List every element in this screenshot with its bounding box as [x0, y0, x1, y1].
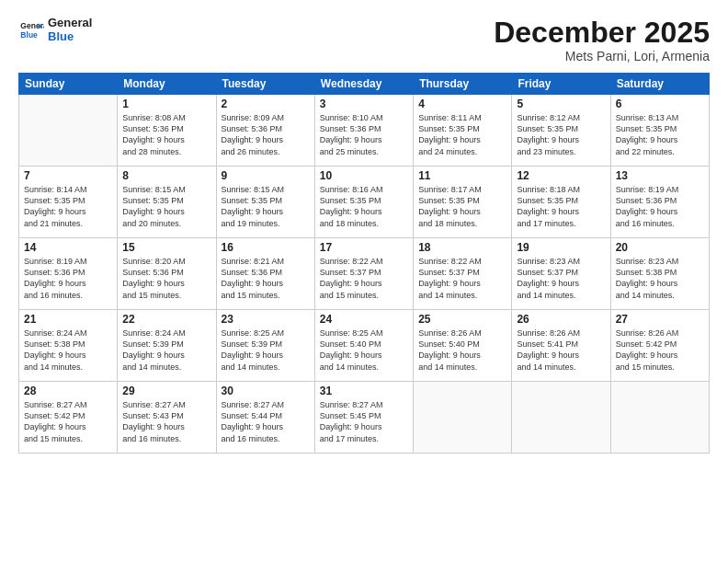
- day-info: Sunrise: 8:27 AM Sunset: 5:42 PM Dayligh…: [24, 399, 112, 444]
- week-row-5: 28Sunrise: 8:27 AM Sunset: 5:42 PM Dayli…: [19, 382, 710, 454]
- day-header-sunday: Sunday: [19, 74, 118, 95]
- calendar-cell: 18Sunrise: 8:22 AM Sunset: 5:37 PM Dayli…: [414, 238, 512, 310]
- day-number: 3: [320, 98, 408, 110]
- calendar-cell: 28Sunrise: 8:27 AM Sunset: 5:42 PM Dayli…: [19, 382, 118, 454]
- day-info: Sunrise: 8:25 AM Sunset: 5:39 PM Dayligh…: [222, 327, 310, 373]
- day-number: 14: [24, 241, 112, 254]
- calendar-cell: 25Sunrise: 8:26 AM Sunset: 5:40 PM Dayli…: [414, 310, 512, 382]
- day-info: Sunrise: 8:15 AM Sunset: 5:35 PM Dayligh…: [222, 184, 310, 229]
- day-header-thursday: Thursday: [414, 74, 512, 95]
- calendar-cell: 11Sunrise: 8:17 AM Sunset: 5:35 PM Dayli…: [414, 167, 512, 238]
- day-number: 23: [222, 313, 310, 326]
- day-info: Sunrise: 8:20 AM Sunset: 5:36 PM Dayligh…: [122, 256, 210, 301]
- day-number: 25: [418, 313, 506, 326]
- day-info: Sunrise: 8:16 AM Sunset: 5:35 PM Dayligh…: [320, 184, 408, 229]
- day-number: 29: [122, 385, 210, 397]
- month-title: December 2025: [494, 17, 710, 49]
- page: General Blue General Blue December 2025 …: [0, 0, 728, 563]
- day-number: 9: [222, 169, 310, 182]
- day-header-wednesday: Wednesday: [314, 74, 413, 95]
- day-info: Sunrise: 8:15 AM Sunset: 5:35 PM Dayligh…: [122, 184, 210, 229]
- calendar-cell: 12Sunrise: 8:18 AM Sunset: 5:35 PM Dayli…: [512, 167, 610, 238]
- day-info: Sunrise: 8:27 AM Sunset: 5:43 PM Dayligh…: [122, 399, 210, 444]
- calendar-cell: [512, 382, 610, 454]
- day-number: 11: [418, 169, 506, 182]
- day-number: 10: [320, 169, 408, 182]
- day-info: Sunrise: 8:22 AM Sunset: 5:37 PM Dayligh…: [418, 256, 506, 301]
- week-row-2: 7Sunrise: 8:14 AM Sunset: 5:35 PM Daylig…: [19, 167, 710, 238]
- day-info: Sunrise: 8:26 AM Sunset: 5:40 PM Dayligh…: [418, 327, 506, 373]
- calendar: SundayMondayTuesdayWednesdayThursdayFrid…: [18, 73, 710, 454]
- day-number: 15: [122, 241, 210, 254]
- day-info: Sunrise: 8:18 AM Sunset: 5:35 PM Dayligh…: [517, 184, 605, 229]
- day-number: 1: [122, 98, 210, 110]
- day-info: Sunrise: 8:22 AM Sunset: 5:37 PM Dayligh…: [320, 256, 408, 301]
- day-header-friday: Friday: [512, 74, 610, 95]
- day-number: 28: [24, 385, 112, 397]
- logo-icon: General Blue: [18, 17, 44, 43]
- calendar-cell: [610, 382, 709, 454]
- day-info: Sunrise: 8:09 AM Sunset: 5:36 PM Dayligh…: [222, 112, 310, 157]
- day-number: 13: [616, 169, 704, 182]
- calendar-cell: 8Sunrise: 8:15 AM Sunset: 5:35 PM Daylig…: [118, 167, 216, 238]
- day-number: 26: [517, 313, 605, 326]
- calendar-header-row: SundayMondayTuesdayWednesdayThursdayFrid…: [19, 74, 710, 95]
- calendar-cell: 9Sunrise: 8:15 AM Sunset: 5:35 PM Daylig…: [216, 167, 314, 238]
- calendar-cell: 7Sunrise: 8:14 AM Sunset: 5:35 PM Daylig…: [19, 167, 118, 238]
- calendar-cell: 23Sunrise: 8:25 AM Sunset: 5:39 PM Dayli…: [216, 310, 314, 382]
- logo-line2: Blue: [48, 30, 92, 44]
- day-header-monday: Monday: [118, 74, 216, 95]
- calendar-cell: 21Sunrise: 8:24 AM Sunset: 5:38 PM Dayli…: [19, 310, 118, 382]
- calendar-cell: 27Sunrise: 8:26 AM Sunset: 5:42 PM Dayli…: [610, 310, 709, 382]
- day-info: Sunrise: 8:14 AM Sunset: 5:35 PM Dayligh…: [24, 184, 112, 229]
- day-info: Sunrise: 8:12 AM Sunset: 5:35 PM Dayligh…: [517, 112, 605, 157]
- calendar-cell: [19, 95, 118, 167]
- day-info: Sunrise: 8:23 AM Sunset: 5:37 PM Dayligh…: [517, 256, 605, 301]
- calendar-cell: 19Sunrise: 8:23 AM Sunset: 5:37 PM Dayli…: [512, 238, 610, 310]
- calendar-cell: 2Sunrise: 8:09 AM Sunset: 5:36 PM Daylig…: [216, 95, 314, 167]
- day-number: 8: [122, 169, 210, 182]
- day-info: Sunrise: 8:19 AM Sunset: 5:36 PM Dayligh…: [616, 184, 704, 229]
- calendar-cell: 16Sunrise: 8:21 AM Sunset: 5:36 PM Dayli…: [216, 238, 314, 310]
- day-number: 22: [122, 313, 210, 326]
- calendar-cell: 30Sunrise: 8:27 AM Sunset: 5:44 PM Dayli…: [216, 382, 314, 454]
- calendar-cell: 4Sunrise: 8:11 AM Sunset: 5:35 PM Daylig…: [414, 95, 512, 167]
- calendar-cell: 17Sunrise: 8:22 AM Sunset: 5:37 PM Dayli…: [314, 238, 413, 310]
- day-info: Sunrise: 8:10 AM Sunset: 5:36 PM Dayligh…: [320, 112, 408, 157]
- day-number: 16: [222, 241, 310, 254]
- day-number: 30: [222, 385, 310, 397]
- day-number: 5: [517, 98, 605, 110]
- title-block: December 2025 Mets Parni, Lori, Armenia: [494, 17, 710, 63]
- day-info: Sunrise: 8:25 AM Sunset: 5:40 PM Dayligh…: [320, 327, 408, 373]
- calendar-cell: 5Sunrise: 8:12 AM Sunset: 5:35 PM Daylig…: [512, 95, 610, 167]
- day-number: 7: [24, 169, 112, 182]
- day-number: 27: [616, 313, 704, 326]
- logo-line1: General: [48, 17, 92, 30]
- svg-text:Blue: Blue: [20, 30, 38, 40]
- calendar-cell: 13Sunrise: 8:19 AM Sunset: 5:36 PM Dayli…: [610, 167, 709, 238]
- day-info: Sunrise: 8:08 AM Sunset: 5:36 PM Dayligh…: [122, 112, 210, 157]
- day-info: Sunrise: 8:11 AM Sunset: 5:35 PM Dayligh…: [418, 112, 506, 157]
- calendar-cell: 1Sunrise: 8:08 AM Sunset: 5:36 PM Daylig…: [118, 95, 216, 167]
- day-number: 20: [616, 241, 704, 254]
- calendar-cell: 29Sunrise: 8:27 AM Sunset: 5:43 PM Dayli…: [118, 382, 216, 454]
- day-info: Sunrise: 8:27 AM Sunset: 5:45 PM Dayligh…: [320, 399, 408, 444]
- calendar-cell: 31Sunrise: 8:27 AM Sunset: 5:45 PM Dayli…: [314, 382, 413, 454]
- calendar-cell: 20Sunrise: 8:23 AM Sunset: 5:38 PM Dayli…: [610, 238, 709, 310]
- calendar-cell: 26Sunrise: 8:26 AM Sunset: 5:41 PM Dayli…: [512, 310, 610, 382]
- week-row-1: 1Sunrise: 8:08 AM Sunset: 5:36 PM Daylig…: [19, 95, 710, 167]
- calendar-cell: [414, 382, 512, 454]
- calendar-cell: 10Sunrise: 8:16 AM Sunset: 5:35 PM Dayli…: [314, 167, 413, 238]
- day-number: 12: [517, 169, 605, 182]
- location: Mets Parni, Lori, Armenia: [494, 49, 710, 63]
- day-number: 18: [418, 241, 506, 254]
- calendar-cell: 3Sunrise: 8:10 AM Sunset: 5:36 PM Daylig…: [314, 95, 413, 167]
- calendar-cell: 24Sunrise: 8:25 AM Sunset: 5:40 PM Dayli…: [314, 310, 413, 382]
- day-number: 17: [320, 241, 408, 254]
- day-info: Sunrise: 8:26 AM Sunset: 5:42 PM Dayligh…: [616, 327, 704, 373]
- calendar-cell: 15Sunrise: 8:20 AM Sunset: 5:36 PM Dayli…: [118, 238, 216, 310]
- day-info: Sunrise: 8:17 AM Sunset: 5:35 PM Dayligh…: [418, 184, 506, 229]
- day-number: 21: [24, 313, 112, 326]
- week-row-3: 14Sunrise: 8:19 AM Sunset: 5:36 PM Dayli…: [19, 238, 710, 310]
- day-info: Sunrise: 8:13 AM Sunset: 5:35 PM Dayligh…: [616, 112, 704, 157]
